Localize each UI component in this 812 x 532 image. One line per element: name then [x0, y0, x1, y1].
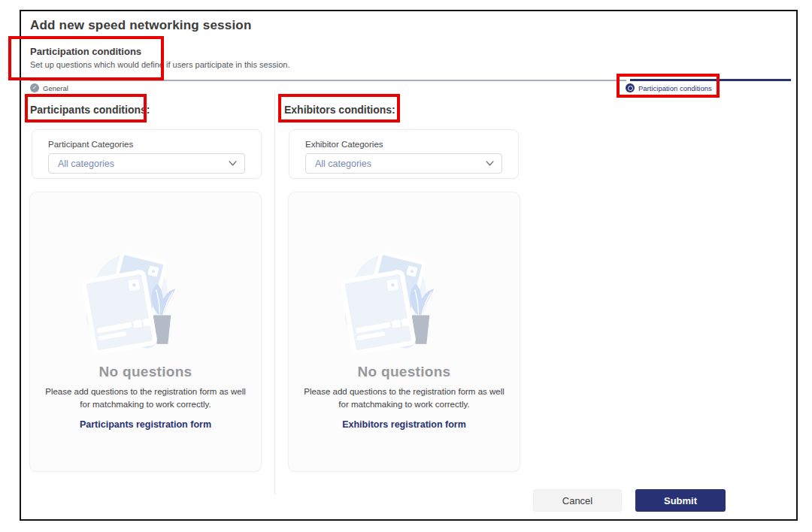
step-general[interactable]: ✓ General — [30, 83, 68, 92]
participants-registration-form-link[interactable]: Participants registration form — [80, 419, 211, 430]
no-questions-title: No questions — [289, 364, 520, 380]
no-questions-title: No questions — [30, 364, 261, 380]
column-divider — [274, 92, 275, 494]
page-title: Add new speed networking session — [30, 18, 252, 33]
participant-categories-value: All categories — [58, 159, 114, 169]
radio-dot-icon — [626, 83, 635, 92]
participants-conditions-heading: Participants conditions: — [30, 104, 150, 116]
chevron-down-icon — [229, 161, 237, 166]
documents-and-plant-illustration-icon — [335, 246, 474, 358]
section-description: Set up questions which would define if u… — [30, 60, 289, 69]
submit-button[interactable]: Submit — [635, 489, 726, 512]
participant-categories-card: Participant Categories All categories — [32, 129, 262, 179]
stepper-track — [30, 80, 626, 81]
no-questions-message: Please add questions to the registration… — [304, 385, 505, 410]
exhibitors-empty-state-card: No questions Please add questions to the… — [288, 192, 520, 472]
exhibitor-categories-card: Exhibitor Categories All categories — [289, 129, 519, 179]
exhibitor-categories-value: All categories — [315, 159, 371, 169]
section-heading: Participation conditions — [30, 46, 141, 57]
check-circle-icon: ✓ — [30, 83, 39, 92]
cancel-button[interactable]: Cancel — [533, 489, 622, 512]
chevron-down-icon — [486, 161, 494, 166]
exhibitors-registration-form-link[interactable]: Exhibitors registration form — [342, 419, 466, 430]
exhibitor-categories-select[interactable]: All categories — [305, 153, 502, 174]
step-general-label: General — [43, 84, 68, 92]
documents-and-plant-illustration-icon — [76, 246, 216, 358]
stepper-track-active — [630, 79, 791, 81]
participants-empty-state-card: No questions Please add questions to the… — [29, 192, 262, 472]
exhibitors-conditions-heading: Exhibitors conditions: — [284, 104, 395, 116]
no-questions-message: Please add questions to the registration… — [45, 385, 247, 410]
step-participation-conditions[interactable]: Participation conditions — [626, 83, 712, 92]
step-participation-label: Participation conditions — [638, 84, 712, 92]
exhibitor-categories-label: Exhibitor Categories — [305, 140, 502, 149]
participant-categories-select[interactable]: All categories — [48, 153, 245, 174]
participant-categories-label: Participant Categories — [48, 140, 245, 149]
